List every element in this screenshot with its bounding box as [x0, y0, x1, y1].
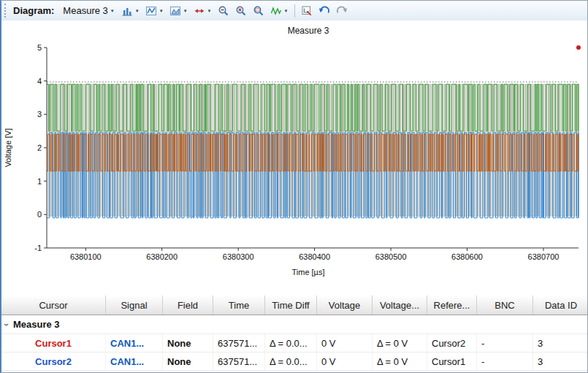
cursor-table: Cursor Signal Field Time Time Diff Volta… [1, 295, 588, 371]
table-row-cursor2[interactable]: Cursor2 CAN1... None 637571... Δ = 0.0..… [1, 353, 588, 371]
undo-button[interactable] [316, 1, 332, 20]
fit-x-axis-icon [194, 5, 205, 17]
x-tick-label: 6380400 [299, 252, 330, 261]
chevron-down-icon: ▼ [110, 9, 115, 13]
voltage-cell: 0 V [317, 353, 373, 370]
diagram-toolbar: Diagram: Measure 3 ▼ ▼ ▼ [1, 1, 587, 21]
column-header-bnc[interactable]: BNC [477, 295, 533, 314]
signal-wave-icon [270, 5, 282, 17]
zoom-out-icon [218, 5, 229, 17]
fit-x-axis-button[interactable]: ▼ [191, 1, 214, 20]
table-row-cursor1[interactable]: Cursor1 CAN1... None 637571... Δ = 0.0..… [1, 334, 588, 353]
signal-cell: CAN1... [106, 334, 163, 352]
toolbar-separator [294, 4, 295, 18]
export-button[interactable] [299, 1, 315, 20]
time-diff-cell: Δ = 0.0... [265, 334, 317, 352]
group-label: Measure 3 [13, 319, 60, 330]
field-cell: None [163, 334, 213, 352]
toolbar-grip-handle[interactable] [4, 4, 8, 18]
chevron-down-icon: ▼ [183, 9, 188, 13]
data-id-cell: 3 [533, 334, 588, 352]
zoom-x-icon [235, 5, 247, 17]
undo-icon [318, 5, 330, 17]
area-chart-icon [169, 5, 181, 17]
area-view-button[interactable]: ▼ [167, 1, 190, 20]
column-header-dataid[interactable]: Data ID [533, 295, 588, 314]
x-tick-label: 6380300 [223, 252, 254, 261]
y-tick-label: 0 [37, 210, 42, 219]
time-cell: 637571... [213, 353, 265, 370]
reference-cell: Cursor2 [427, 334, 477, 352]
column-header-reference[interactable]: Refere... [427, 295, 477, 314]
chevron-down-icon: ▼ [284, 9, 289, 13]
column-header-cursor[interactable]: Cursor [1, 295, 106, 314]
time-cell: 637571... [213, 334, 265, 352]
export-icon [301, 5, 313, 17]
column-header-field[interactable]: Field [163, 295, 213, 314]
y-tick-label: 1 [37, 177, 42, 186]
x-tick-label: 6380200 [146, 252, 177, 261]
y-tick-label: -1 [34, 244, 42, 252]
chevron-down-icon: ▼ [159, 9, 164, 13]
measure-group-row[interactable]: › Measure 3 [1, 315, 588, 334]
column-header-voltagediff[interactable]: Voltage... [373, 295, 427, 314]
chart-title: Measure 3 [288, 26, 329, 36]
expand-chevron-icon[interactable]: › [1, 323, 12, 326]
zoom-area-button[interactable] [251, 1, 267, 20]
y-tick-label: 3 [37, 110, 42, 118]
field-cell: None [163, 353, 213, 370]
signal-display-button[interactable]: ▼ [268, 1, 291, 20]
redo-button[interactable] [334, 1, 350, 20]
zoom-area-icon [253, 5, 264, 17]
toolbar-label: Diagram: [13, 5, 54, 16]
y-tick-label: 5 [37, 43, 42, 52]
x-tick-label: 6380100 [70, 252, 102, 261]
zoom-out-button[interactable] [215, 1, 232, 20]
time-diff-cell: Δ = 0.0... [265, 353, 317, 370]
x-tick-label: 6380700 [528, 252, 560, 261]
y-tick-label: 4 [37, 77, 42, 86]
x-axis-label: Time [µs] [291, 268, 324, 276]
voltage-diff-cell: Δ = 0 V [373, 353, 427, 370]
zoom-x-button[interactable] [233, 1, 249, 20]
waveform-chart: Measure 3 Voltage [V] Time [µs] -1012345… [1, 20, 588, 295]
redo-icon [336, 5, 348, 17]
cursor-marker-dot[interactable] [576, 45, 581, 50]
bnc-cell: - [477, 353, 533, 370]
cursor-table-header: Cursor Signal Field Time Time Diff Volta… [1, 295, 588, 315]
column-header-signal[interactable]: Signal [106, 295, 163, 314]
signal-cell: CAN1... [106, 353, 163, 370]
x-tick-label: 6380500 [375, 252, 407, 261]
bnc-cell: - [477, 334, 533, 352]
diagram-window: Diagram: Measure 3 ▼ ▼ ▼ [0, 0, 588, 373]
histogram-icon [121, 5, 133, 17]
y-tick-label: 2 [37, 143, 42, 152]
voltage-diff-cell: Δ = 0 V [373, 334, 427, 352]
cursor-name-cell: Cursor2 [1, 353, 106, 370]
cursor-name-cell: Cursor1 [1, 334, 106, 352]
x-tick-label: 6380600 [451, 252, 483, 261]
line-chart-icon [145, 5, 157, 17]
reference-cell: Cursor1 [427, 353, 477, 370]
signal-view-button[interactable]: ▼ [143, 1, 166, 20]
data-id-cell: 3 [533, 353, 588, 370]
view-selector-value: Measure 3 [63, 5, 107, 16]
chevron-down-icon: ▼ [207, 9, 212, 13]
chart-type-button[interactable]: ▼ [119, 1, 142, 20]
chevron-down-icon: ▼ [135, 9, 140, 13]
column-header-timediff[interactable]: Time Diff [265, 295, 317, 314]
diagram-view-selector[interactable]: Measure 3 ▼ [60, 4, 117, 18]
voltage-cell: 0 V [317, 334, 373, 352]
y-axis-label: Voltage [V] [4, 128, 12, 167]
column-header-time[interactable]: Time [213, 295, 265, 314]
column-header-voltage[interactable]: Voltage [317, 295, 373, 314]
